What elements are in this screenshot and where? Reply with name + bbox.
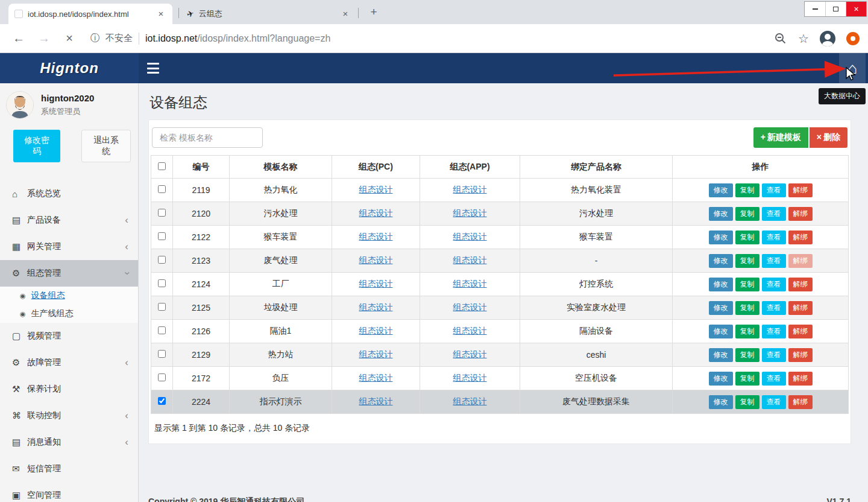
app-config-link[interactable]: 组态设计	[453, 279, 487, 288]
page-info-icon[interactable]: ⓘ	[90, 32, 100, 45]
stop-reload-button[interactable]: ×	[59, 28, 80, 49]
submenu-item[interactable]: ◉设备组态	[0, 287, 138, 305]
browser-tab-inactive[interactable]: ✈ 云组态 ×	[181, 4, 357, 24]
app-config-link[interactable]: 组态设计	[453, 396, 487, 406]
pc-config-link[interactable]: 组态设计	[359, 396, 393, 406]
maximize-button[interactable]	[825, 2, 846, 16]
search-input[interactable]	[152, 127, 263, 148]
unbind-button[interactable]: 解绑	[788, 348, 813, 362]
view-button[interactable]: 查看	[762, 372, 786, 386]
sidebar-item[interactable]: ▤产品设备‹	[0, 207, 138, 234]
new-template-button[interactable]: +新建模板	[753, 127, 808, 148]
row-checkbox[interactable]	[158, 232, 166, 240]
sidebar-item[interactable]: ▢视频管理	[0, 323, 138, 349]
copy-button[interactable]: 复制	[735, 372, 760, 386]
pc-config-link[interactable]: 组态设计	[359, 208, 393, 218]
app-config-link[interactable]: 组态设计	[453, 255, 487, 265]
view-button[interactable]: 查看	[762, 278, 786, 291]
select-all-checkbox[interactable]	[158, 162, 166, 170]
app-config-link[interactable]: 组态设计	[453, 373, 487, 383]
row-checkbox[interactable]	[158, 326, 166, 334]
app-config-link[interactable]: 组态设计	[453, 302, 487, 312]
pc-config-link[interactable]: 组态设计	[359, 373, 393, 383]
app-config-link[interactable]: 组态设计	[453, 208, 487, 218]
unbind-button[interactable]: 解绑	[788, 207, 813, 221]
modify-button[interactable]: 修改	[709, 278, 733, 291]
modify-button[interactable]: 修改	[709, 348, 733, 362]
sidebar-toggle-icon[interactable]	[147, 63, 159, 74]
pc-config-link[interactable]: 组态设计	[359, 302, 393, 312]
minimize-button[interactable]	[805, 2, 825, 16]
tab-close-icon[interactable]: ×	[340, 8, 351, 19]
unbind-button[interactable]: 解绑	[788, 325, 813, 338]
modify-button[interactable]: 修改	[709, 325, 733, 338]
unbind-button[interactable]: 解绑	[788, 372, 813, 386]
sidebar-item[interactable]: ▤消息通知‹	[0, 429, 138, 456]
back-button[interactable]: ←	[8, 28, 29, 49]
close-button[interactable]: ×	[846, 2, 866, 16]
view-button[interactable]: 查看	[762, 325, 786, 338]
row-checkbox[interactable]	[158, 185, 166, 193]
pc-config-link[interactable]: 组态设计	[359, 255, 393, 265]
copy-button[interactable]: 复制	[735, 325, 760, 338]
unbind-button[interactable]: 解绑	[788, 183, 813, 197]
modify-button[interactable]: 修改	[709, 230, 733, 244]
row-checkbox[interactable]	[158, 303, 166, 311]
pc-config-link[interactable]: 组态设计	[359, 232, 393, 241]
row-checkbox[interactable]	[158, 256, 166, 264]
pc-config-link[interactable]: 组态设计	[359, 279, 393, 288]
view-button[interactable]: 查看	[762, 301, 786, 315]
forward-button[interactable]: →	[34, 28, 54, 49]
unbind-button[interactable]: 解绑	[788, 254, 813, 268]
copy-button[interactable]: 复制	[735, 348, 760, 362]
app-config-link[interactable]: 组态设计	[453, 326, 487, 335]
pc-config-link[interactable]: 组态设计	[359, 326, 393, 335]
change-password-button[interactable]: 修改密码	[13, 130, 60, 162]
copy-button[interactable]: 复制	[735, 207, 760, 221]
extension-icon[interactable]	[846, 32, 860, 45]
unbind-button[interactable]: 解绑	[788, 301, 813, 315]
modify-button[interactable]: 修改	[709, 301, 733, 315]
row-checkbox[interactable]	[158, 350, 166, 358]
view-button[interactable]: 查看	[762, 395, 786, 409]
row-checkbox[interactable]	[158, 279, 166, 287]
sidebar-item[interactable]: ✉短信管理	[0, 456, 138, 482]
profile-avatar-icon[interactable]	[820, 31, 835, 46]
sidebar-item[interactable]: ▦网关管理‹	[0, 234, 138, 260]
copy-button[interactable]: 复制	[735, 254, 760, 268]
browser-tab-active[interactable]: iot.idosp.net/idosp/index.html ×	[8, 4, 172, 24]
modify-button[interactable]: 修改	[709, 207, 733, 221]
app-config-link[interactable]: 组态设计	[453, 185, 487, 194]
app-config-link[interactable]: 组态设计	[453, 232, 487, 241]
sidebar-item[interactable]: ⌂系统总览	[0, 180, 138, 207]
modify-button[interactable]: 修改	[709, 395, 733, 409]
sidebar-item[interactable]: ⚒保养计划	[0, 376, 138, 402]
app-config-link[interactable]: 组态设计	[453, 349, 487, 359]
bookmark-star-icon[interactable]: ☆	[798, 31, 809, 46]
copy-button[interactable]: 复制	[735, 183, 760, 197]
row-checkbox[interactable]	[158, 209, 166, 217]
unbind-button[interactable]: 解绑	[788, 230, 813, 244]
view-button[interactable]: 查看	[762, 207, 786, 221]
row-checkbox[interactable]	[158, 373, 166, 381]
copy-button[interactable]: 复制	[735, 230, 760, 244]
modify-button[interactable]: 修改	[709, 254, 733, 268]
modify-button[interactable]: 修改	[709, 183, 733, 197]
modify-button[interactable]: 修改	[709, 372, 733, 386]
unbind-button[interactable]: 解绑	[788, 395, 813, 409]
zoom-icon[interactable]	[774, 32, 787, 45]
view-button[interactable]: 查看	[762, 348, 786, 362]
view-button[interactable]: 查看	[762, 254, 786, 268]
delete-button[interactable]: ×删除	[810, 127, 848, 148]
tab-close-icon[interactable]: ×	[156, 8, 166, 19]
submenu-item[interactable]: ◉生产线组态	[0, 305, 138, 323]
copy-button[interactable]: 复制	[735, 395, 760, 409]
copy-button[interactable]: 复制	[735, 301, 760, 315]
sidebar-item[interactable]: ▣空间管理	[0, 482, 138, 502]
sidebar-item[interactable]: ⚙组态管理‹	[0, 260, 138, 287]
address-bar[interactable]: ⓘ 不安全 iot.idosp.net /idosp/index.html?la…	[90, 32, 774, 45]
logout-button[interactable]: 退出系统	[81, 130, 131, 162]
view-button[interactable]: 查看	[762, 183, 786, 197]
pc-config-link[interactable]: 组态设计	[359, 349, 393, 359]
copy-button[interactable]: 复制	[735, 278, 760, 291]
